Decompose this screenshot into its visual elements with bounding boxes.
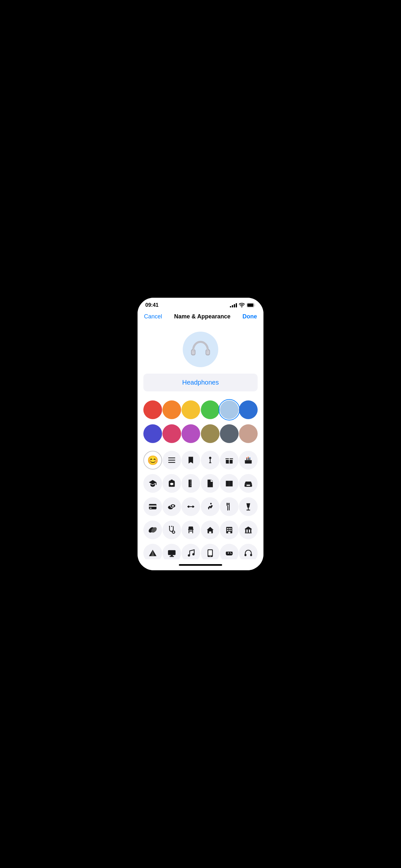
signal-icon	[230, 303, 237, 307]
svg-rect-80	[169, 556, 174, 557]
svg-point-23	[248, 457, 249, 458]
icon-running[interactable]	[201, 497, 220, 516]
svg-rect-8	[168, 458, 169, 458]
icon-backpack[interactable]	[162, 474, 181, 493]
status-bar: 09:41	[137, 298, 264, 310]
svg-rect-65	[209, 531, 211, 533]
icon-grid: 😊	[137, 451, 264, 559]
icon-headphones-2[interactable]	[239, 544, 258, 559]
svg-rect-53	[248, 507, 249, 509]
svg-point-22	[246, 457, 248, 459]
icon-birthday[interactable]	[239, 451, 258, 469]
color-green[interactable]	[201, 400, 220, 419]
icon-document[interactable]	[201, 474, 220, 493]
cancel-button[interactable]: Cancel	[144, 313, 162, 320]
svg-rect-37	[246, 485, 250, 486]
done-button[interactable]: Done	[243, 313, 257, 320]
color-indigo[interactable]	[143, 424, 162, 443]
svg-rect-34	[189, 479, 190, 487]
svg-rect-20	[248, 458, 249, 461]
svg-rect-63	[189, 531, 192, 531]
icon-money[interactable]	[162, 497, 181, 516]
color-khaki[interactable]	[201, 424, 220, 443]
device-name-input[interactable]	[143, 374, 258, 392]
svg-rect-62	[192, 530, 193, 533]
icon-row-4	[143, 521, 258, 539]
icon-fork-knife[interactable]	[220, 497, 239, 516]
color-grid	[137, 400, 264, 443]
svg-rect-48	[189, 506, 193, 507]
icon-row-1: 😊	[143, 451, 258, 469]
color-pink[interactable]	[162, 424, 181, 443]
svg-rect-74	[245, 530, 247, 532]
svg-rect-17	[225, 459, 233, 460]
icon-stethoscope[interactable]	[162, 521, 181, 539]
svg-rect-31	[191, 482, 191, 483]
svg-rect-39	[149, 506, 156, 507]
svg-rect-26	[171, 479, 173, 481]
svg-rect-1	[247, 304, 253, 307]
svg-rect-21	[249, 458, 250, 461]
color-blue[interactable]	[239, 400, 258, 419]
svg-rect-76	[250, 530, 251, 532]
svg-point-43	[172, 505, 174, 507]
svg-rect-35	[229, 481, 229, 487]
icon-book[interactable]	[220, 474, 239, 493]
icon-music[interactable]	[181, 544, 200, 559]
icon-chair[interactable]	[181, 521, 200, 539]
icon-pencil-ruler[interactable]	[181, 474, 200, 493]
nav-bar: Cancel Name & Appearance Done	[137, 310, 264, 324]
icon-gamepad[interactable]	[220, 544, 239, 559]
svg-rect-12	[210, 459, 210, 462]
icon-house[interactable]	[201, 521, 220, 539]
svg-rect-67	[227, 528, 228, 529]
status-time: 09:41	[145, 302, 158, 308]
svg-point-85	[210, 556, 210, 556]
icon-list[interactable]	[162, 451, 181, 469]
icon-monitor[interactable]	[162, 544, 181, 559]
icon-building[interactable]	[220, 521, 239, 539]
color-orange[interactable]	[162, 400, 181, 419]
color-purple[interactable]	[181, 424, 200, 443]
svg-rect-69	[230, 528, 232, 529]
icon-creditcard[interactable]	[143, 497, 162, 516]
svg-rect-52	[227, 503, 228, 505]
color-red[interactable]	[143, 400, 162, 419]
icon-graduation[interactable]	[143, 474, 162, 493]
device-icon-circle	[183, 332, 218, 367]
svg-rect-33	[191, 485, 191, 486]
icon-bank[interactable]	[239, 521, 258, 539]
svg-rect-87	[228, 553, 228, 554]
icon-ipad[interactable]	[201, 544, 220, 559]
svg-point-58	[171, 526, 173, 527]
icon-tent[interactable]	[143, 544, 162, 559]
icon-gift[interactable]	[220, 451, 239, 469]
svg-rect-91	[250, 554, 252, 556]
page-title: Name & Appearance	[174, 313, 230, 320]
icon-tray[interactable]	[239, 474, 258, 493]
color-light-blue[interactable]	[220, 400, 239, 419]
svg-rect-59	[189, 527, 193, 529]
icon-wineglass[interactable]	[239, 497, 258, 516]
color-yellow[interactable]	[181, 400, 200, 419]
headphones-illustration	[189, 338, 212, 361]
icon-bookmark[interactable]	[181, 451, 200, 469]
svg-rect-40	[150, 508, 152, 508]
svg-rect-68	[228, 528, 230, 529]
svg-point-82	[192, 553, 195, 555]
svg-rect-19	[246, 458, 247, 461]
svg-rect-79	[171, 555, 173, 556]
icon-pin[interactable]	[201, 451, 220, 469]
phone-frame: 09:41 Cancel Name & Appearance Done	[137, 298, 264, 570]
status-icons	[230, 303, 256, 307]
icon-dumbbell[interactable]	[181, 497, 200, 516]
color-dark-gray[interactable]	[220, 424, 239, 443]
icon-emoji[interactable]: 😊	[143, 451, 162, 469]
color-row-2	[143, 424, 258, 443]
color-tan[interactable]	[239, 424, 258, 443]
color-row-1	[143, 400, 258, 419]
svg-rect-90	[244, 554, 246, 556]
svg-rect-60	[188, 529, 193, 530]
icon-pill[interactable]	[143, 521, 162, 539]
svg-rect-75	[248, 530, 249, 532]
